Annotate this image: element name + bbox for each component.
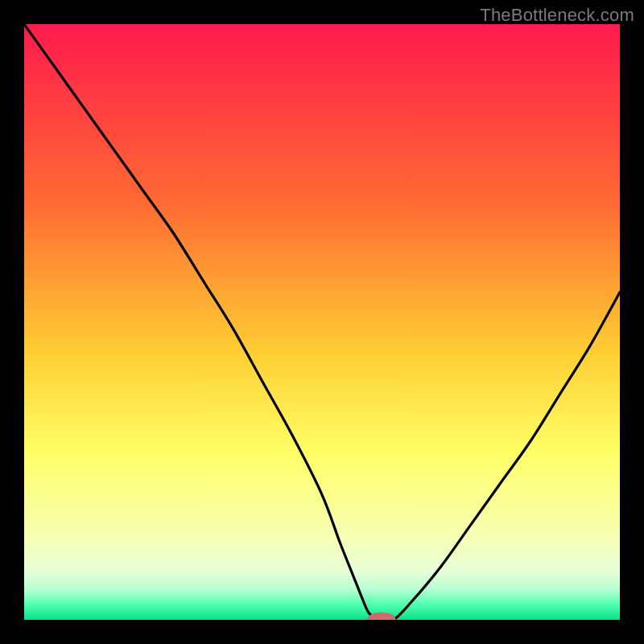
- watermark-label: TheBottleneck.com: [480, 5, 634, 26]
- gradient-background: [24, 24, 620, 620]
- chart-frame: TheBottleneck.com: [0, 0, 644, 644]
- bottleneck-chart-svg: [24, 24, 620, 620]
- plot-area: [24, 24, 620, 620]
